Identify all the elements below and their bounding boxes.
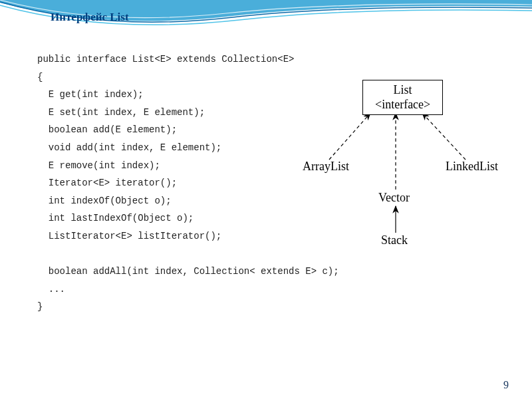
diagram-arraylist-label: ArrayList [303, 160, 349, 174]
diagram-list-box: List <interface> [362, 80, 443, 115]
slide-title: Интерфейс List [51, 11, 129, 24]
code-line: ... [37, 284, 65, 295]
diagram-stack-label: Stack [381, 233, 408, 247]
code-line: ListIterator<E> listIterator(); [37, 231, 221, 241]
class-diagram: List <interface> ArrayList LinkedList Ve… [296, 76, 515, 249]
code-line: boolean addAll(int index, Collection< ex… [37, 266, 339, 277]
page-number: 9 [503, 379, 509, 391]
diagram-linkedlist-label: LinkedList [446, 160, 498, 174]
code-line: E remove(int index); [37, 160, 160, 171]
code-line: public interface List<E> extends Collect… [37, 54, 294, 65]
diagram-list-name: List [375, 83, 430, 98]
code-line: void add(int index, E element); [37, 142, 221, 153]
svg-line-2 [422, 113, 466, 160]
svg-line-0 [329, 113, 370, 160]
code-line: { [37, 72, 43, 82]
code-block: public interface List<E> extends Collect… [37, 51, 339, 316]
code-line: boolean add(E element); [37, 124, 177, 135]
code-line: } [37, 301, 43, 312]
diagram-list-stereotype: <interface> [375, 98, 430, 112]
code-line: E set(int index, E element); [37, 107, 205, 118]
code-line: int indexOf(Object o); [37, 196, 172, 206]
code-line: E get(int index); [37, 89, 144, 100]
diagram-vector-label: Vector [378, 191, 410, 205]
code-line: Iterator<E> iterator(); [37, 178, 177, 188]
code-line: int lastIndexOf(Object o); [37, 213, 194, 223]
